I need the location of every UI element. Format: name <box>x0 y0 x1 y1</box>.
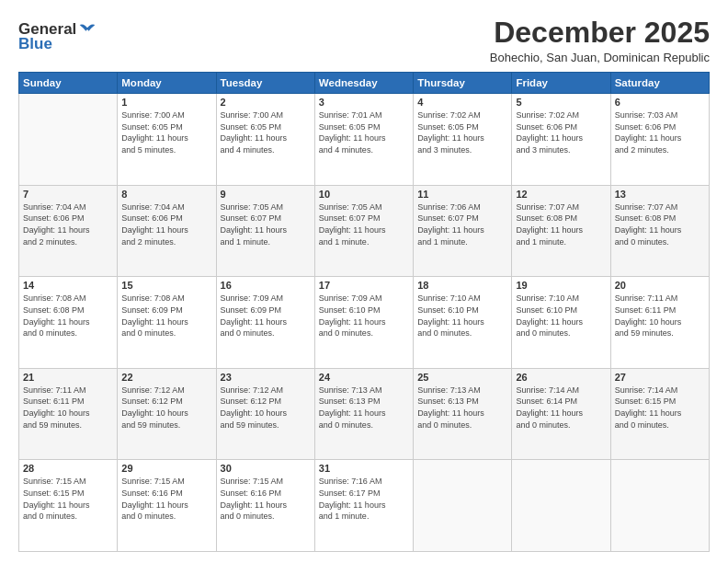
day-number: 12 <box>516 189 606 200</box>
calendar-cell <box>19 94 118 186</box>
calendar-cell: 28Sunrise: 7:15 AM Sunset: 6:15 PM Dayli… <box>19 460 118 552</box>
calendar-cell: 29Sunrise: 7:15 AM Sunset: 6:16 PM Dayli… <box>118 460 216 552</box>
day-number: 7 <box>23 189 113 200</box>
calendar-cell: 7Sunrise: 7:04 AM Sunset: 6:06 PM Daylig… <box>19 185 118 277</box>
day-of-week-header: Thursday <box>414 73 512 94</box>
calendar-cell: 19Sunrise: 7:10 AM Sunset: 6:10 PM Dayli… <box>512 277 610 369</box>
calendar-cell: 6Sunrise: 7:03 AM Sunset: 6:06 PM Daylig… <box>610 94 709 186</box>
day-number: 10 <box>319 189 409 200</box>
calendar-cell <box>610 460 709 552</box>
location: Bohechio, San Juan, Dominican Republic <box>490 51 710 64</box>
day-number: 9 <box>221 189 311 200</box>
calendar-cell: 10Sunrise: 7:05 AM Sunset: 6:07 PM Dayli… <box>314 185 413 277</box>
calendar: SundayMondayTuesdayWednesdayThursdayFrid… <box>18 72 710 552</box>
day-number: 4 <box>417 97 507 108</box>
day-info: Sunrise: 7:02 AM Sunset: 6:05 PM Dayligh… <box>417 109 507 155</box>
day-info: Sunrise: 7:11 AM Sunset: 6:11 PM Dayligh… <box>615 293 705 339</box>
calendar-cell: 20Sunrise: 7:11 AM Sunset: 6:11 PM Dayli… <box>610 277 709 369</box>
day-number: 17 <box>319 280 409 291</box>
day-number: 11 <box>417 189 507 200</box>
day-info: Sunrise: 7:14 AM Sunset: 6:14 PM Dayligh… <box>516 385 606 431</box>
calendar-cell: 26Sunrise: 7:14 AM Sunset: 6:14 PM Dayli… <box>512 368 610 460</box>
day-of-week-header: Sunday <box>19 73 118 94</box>
day-info: Sunrise: 7:10 AM Sunset: 6:10 PM Dayligh… <box>516 293 606 339</box>
calendar-cell: 4Sunrise: 7:02 AM Sunset: 6:05 PM Daylig… <box>414 94 512 186</box>
calendar-cell: 25Sunrise: 7:13 AM Sunset: 6:13 PM Dayli… <box>414 368 512 460</box>
calendar-week-row: 14Sunrise: 7:08 AM Sunset: 6:08 PM Dayli… <box>19 277 710 369</box>
day-info: Sunrise: 7:09 AM Sunset: 6:09 PM Dayligh… <box>221 293 311 339</box>
calendar-cell: 12Sunrise: 7:07 AM Sunset: 6:08 PM Dayli… <box>512 185 610 277</box>
day-number: 3 <box>319 97 409 108</box>
day-number: 22 <box>121 372 211 383</box>
day-info: Sunrise: 7:02 AM Sunset: 6:06 PM Dayligh… <box>516 109 606 155</box>
calendar-cell: 24Sunrise: 7:13 AM Sunset: 6:13 PM Dayli… <box>314 368 413 460</box>
day-number: 27 <box>615 372 705 383</box>
day-info: Sunrise: 7:04 AM Sunset: 6:06 PM Dayligh… <box>121 201 211 247</box>
day-info: Sunrise: 7:13 AM Sunset: 6:13 PM Dayligh… <box>417 385 507 431</box>
logo: General Blue <box>18 20 97 53</box>
day-info: Sunrise: 7:15 AM Sunset: 6:15 PM Dayligh… <box>23 476 113 522</box>
day-info: Sunrise: 7:00 AM Sunset: 6:05 PM Dayligh… <box>221 109 311 155</box>
day-info: Sunrise: 7:01 AM Sunset: 6:05 PM Dayligh… <box>319 109 409 155</box>
calendar-cell: 22Sunrise: 7:12 AM Sunset: 6:12 PM Dayli… <box>118 368 216 460</box>
calendar-cell: 21Sunrise: 7:11 AM Sunset: 6:11 PM Dayli… <box>19 368 118 460</box>
day-number: 6 <box>615 97 705 108</box>
calendar-week-row: 7Sunrise: 7:04 AM Sunset: 6:06 PM Daylig… <box>19 185 710 277</box>
day-number: 5 <box>516 97 606 108</box>
day-number: 1 <box>121 97 211 108</box>
day-number: 19 <box>516 280 606 291</box>
calendar-cell: 8Sunrise: 7:04 AM Sunset: 6:06 PM Daylig… <box>118 185 216 277</box>
calendar-cell: 1Sunrise: 7:00 AM Sunset: 6:05 PM Daylig… <box>118 94 216 186</box>
day-info: Sunrise: 7:08 AM Sunset: 6:08 PM Dayligh… <box>23 293 113 339</box>
day-number: 31 <box>319 463 409 474</box>
calendar-cell: 30Sunrise: 7:15 AM Sunset: 6:16 PM Dayli… <box>216 460 314 552</box>
day-of-week-header: Friday <box>512 73 610 94</box>
calendar-cell <box>512 460 610 552</box>
calendar-cell: 18Sunrise: 7:10 AM Sunset: 6:10 PM Dayli… <box>414 277 512 369</box>
calendar-header-row: SundayMondayTuesdayWednesdayThursdayFrid… <box>19 73 710 94</box>
day-number: 15 <box>121 280 211 291</box>
day-info: Sunrise: 7:11 AM Sunset: 6:11 PM Dayligh… <box>23 385 113 431</box>
day-number: 26 <box>516 372 606 383</box>
calendar-cell: 31Sunrise: 7:16 AM Sunset: 6:17 PM Dayli… <box>314 460 413 552</box>
calendar-body: 1Sunrise: 7:00 AM Sunset: 6:05 PM Daylig… <box>19 94 710 552</box>
day-info: Sunrise: 7:03 AM Sunset: 6:06 PM Dayligh… <box>615 109 705 155</box>
day-info: Sunrise: 7:05 AM Sunset: 6:07 PM Dayligh… <box>221 201 311 247</box>
calendar-cell: 16Sunrise: 7:09 AM Sunset: 6:09 PM Dayli… <box>216 277 314 369</box>
day-number: 14 <box>23 280 113 291</box>
day-info: Sunrise: 7:07 AM Sunset: 6:08 PM Dayligh… <box>516 201 606 247</box>
day-number: 8 <box>121 189 211 200</box>
day-info: Sunrise: 7:12 AM Sunset: 6:12 PM Dayligh… <box>221 385 311 431</box>
calendar-cell: 17Sunrise: 7:09 AM Sunset: 6:10 PM Dayli… <box>314 277 413 369</box>
day-info: Sunrise: 7:14 AM Sunset: 6:15 PM Dayligh… <box>615 385 705 431</box>
day-info: Sunrise: 7:08 AM Sunset: 6:09 PM Dayligh… <box>121 293 211 339</box>
title-block: December 2025 Bohechio, San Juan, Domini… <box>490 17 710 64</box>
page: General Blue December 2025 Bohechio, San… <box>0 0 728 563</box>
calendar-week-row: 21Sunrise: 7:11 AM Sunset: 6:11 PM Dayli… <box>19 368 710 460</box>
day-info: Sunrise: 7:05 AM Sunset: 6:07 PM Dayligh… <box>319 201 409 247</box>
day-of-week-header: Saturday <box>610 73 709 94</box>
day-number: 20 <box>615 280 705 291</box>
day-number: 18 <box>417 280 507 291</box>
day-info: Sunrise: 7:10 AM Sunset: 6:10 PM Dayligh… <box>417 293 507 339</box>
day-info: Sunrise: 7:15 AM Sunset: 6:16 PM Dayligh… <box>221 476 311 522</box>
calendar-cell: 9Sunrise: 7:05 AM Sunset: 6:07 PM Daylig… <box>216 185 314 277</box>
calendar-cell: 5Sunrise: 7:02 AM Sunset: 6:06 PM Daylig… <box>512 94 610 186</box>
calendar-cell <box>414 460 512 552</box>
day-number: 2 <box>221 97 311 108</box>
day-info: Sunrise: 7:06 AM Sunset: 6:07 PM Dayligh… <box>417 201 507 247</box>
calendar-cell: 3Sunrise: 7:01 AM Sunset: 6:05 PM Daylig… <box>314 94 413 186</box>
day-number: 16 <box>221 280 311 291</box>
day-info: Sunrise: 7:09 AM Sunset: 6:10 PM Dayligh… <box>319 293 409 339</box>
day-of-week-header: Monday <box>118 73 216 94</box>
day-info: Sunrise: 7:13 AM Sunset: 6:13 PM Dayligh… <box>319 385 409 431</box>
calendar-cell: 11Sunrise: 7:06 AM Sunset: 6:07 PM Dayli… <box>414 185 512 277</box>
day-info: Sunrise: 7:16 AM Sunset: 6:17 PM Dayligh… <box>319 476 409 522</box>
day-of-week-header: Wednesday <box>314 73 413 94</box>
day-number: 30 <box>221 463 311 474</box>
calendar-cell: 23Sunrise: 7:12 AM Sunset: 6:12 PM Dayli… <box>216 368 314 460</box>
header: General Blue December 2025 Bohechio, San… <box>18 17 710 64</box>
calendar-week-row: 28Sunrise: 7:15 AM Sunset: 6:15 PM Dayli… <box>19 460 710 552</box>
day-number: 29 <box>121 463 211 474</box>
day-number: 13 <box>615 189 705 200</box>
